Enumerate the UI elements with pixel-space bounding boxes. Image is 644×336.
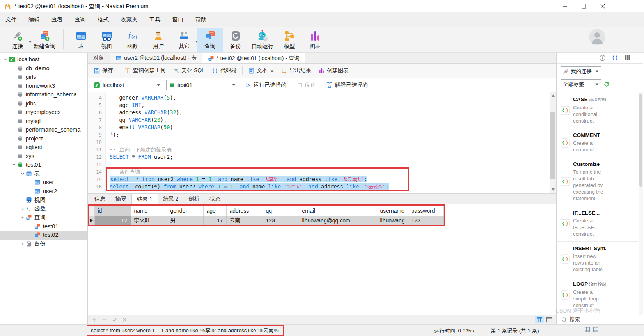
query-toolbar-button[interactable]: 创建图表	[315, 65, 352, 76]
tree-item[interactable]: test01	[0, 160, 87, 169]
apply-changes-button[interactable]	[112, 317, 117, 322]
code-line[interactable]: address VARCHAR(32),	[110, 109, 550, 116]
maximize-button[interactable]	[575, 0, 593, 12]
toolbar-button[interactable]: 用户	[145, 28, 171, 52]
tree-item[interactable]: mysql	[0, 117, 87, 126]
column-header[interactable]: qq	[263, 206, 299, 216]
result-tab[interactable]: 信息	[89, 194, 110, 204]
menu-item[interactable]: 查看	[51, 16, 63, 23]
code-snippet-icon[interactable]	[612, 55, 618, 61]
snippet-item[interactable]: CustomizeTo name the result tab generate…	[557, 157, 638, 206]
column-header[interactable]: age	[203, 206, 226, 216]
tree-item[interactable]: performance_schema	[0, 125, 87, 134]
document-tab[interactable]: user2 @test01 (localhost) - 表	[110, 53, 202, 63]
toolbar-button[interactable]: 视图	[94, 28, 120, 52]
code-line[interactable]: email VARCHAR(50)	[110, 124, 550, 131]
code-line[interactable]: age INT,	[110, 101, 550, 109]
result-tab[interactable]: 结果 2	[158, 194, 184, 204]
toolbar-button[interactable]: 新建查询	[30, 28, 59, 52]
table-cell[interactable]: 12	[94, 216, 131, 225]
run-selected-button[interactable]: 运行已选择的	[241, 82, 290, 89]
sql-editor[interactable]: 45678910111213141516 gender VARCHAR(5), …	[88, 92, 556, 194]
grid-view-icon[interactable]	[584, 327, 590, 332]
tags-filter-select[interactable]: 全部标签	[561, 79, 601, 89]
menu-item[interactable]: 窗口	[172, 16, 184, 23]
add-record-button[interactable]	[92, 317, 97, 322]
tree-item[interactable]: project	[0, 134, 87, 143]
menu-item[interactable]: 收藏夹	[121, 16, 138, 23]
scrollbar-thumb[interactable]	[639, 94, 642, 187]
chevron-down-icon[interactable]	[20, 215, 26, 219]
table-row[interactable]: 12李火旺男17云南123lihuowang@qq.comlihuowang12…	[89, 216, 443, 225]
tree-item[interactable]: 视图	[0, 196, 87, 204]
result-tab[interactable]: 状态	[204, 194, 225, 204]
editor-scrollbar[interactable]	[550, 92, 556, 193]
code-line[interactable]	[110, 161, 550, 168]
toolbar-button[interactable]: 图表	[302, 28, 328, 52]
table-cell[interactable]: lihuowang@qq.com	[299, 216, 377, 225]
toolbar-button[interactable]: 表	[68, 28, 94, 52]
query-toolbar-button[interactable]: 保存	[90, 65, 117, 76]
code-line[interactable]: SELECT * FROM user2;	[110, 153, 550, 161]
tree-item[interactable]: jdbc	[0, 99, 87, 108]
tree-item[interactable]: 查询	[0, 213, 87, 222]
tree-item[interactable]: 备份	[0, 240, 87, 249]
stop-button[interactable]: 停止	[293, 82, 319, 89]
toolbar-button[interactable]: 查询	[197, 28, 223, 52]
toolbar-button[interactable]: 模型	[277, 28, 302, 52]
table-cell[interactable]: lihuowang	[377, 216, 408, 225]
table-cell[interactable]: 云南	[226, 216, 263, 225]
column-header[interactable]: username	[377, 206, 408, 216]
tree-item[interactable]: sqltest	[0, 143, 87, 152]
table-cell[interactable]: 123	[263, 216, 299, 225]
menu-item[interactable]: 帮助	[195, 16, 207, 23]
table-cell[interactable]: 123	[408, 216, 443, 225]
code-line[interactable]	[110, 139, 550, 146]
query-toolbar-button[interactable]: 文本	[245, 65, 277, 76]
tree-item[interactable]: homework3	[0, 82, 87, 91]
chevron-right-icon[interactable]	[20, 207, 26, 211]
code-line[interactable]: └);	[110, 131, 550, 139]
tree-item[interactable]: db_demo	[0, 64, 87, 73]
delete-record-button[interactable]	[102, 317, 107, 322]
avatar[interactable]	[589, 28, 606, 47]
menu-item[interactable]: 文件	[5, 16, 17, 23]
chevron-right-icon[interactable]	[20, 242, 26, 246]
document-tab[interactable]: 对象	[88, 53, 110, 63]
scrollbar-thumb[interactable]	[550, 112, 555, 179]
chevron-down-icon[interactable]	[2, 57, 9, 61]
column-header[interactable]: password	[408, 206, 443, 216]
column-header[interactable]: id	[94, 206, 131, 216]
tree-item[interactable]: information_schema	[0, 90, 87, 99]
toolbar-button[interactable]: 备份	[223, 28, 248, 52]
column-header[interactable]: address	[226, 206, 263, 216]
chevron-down-icon[interactable]	[20, 172, 26, 176]
discard-changes-button[interactable]	[122, 317, 127, 322]
toolbar-button[interactable]: 连接	[5, 28, 30, 52]
scroll-up-icon[interactable]	[552, 94, 555, 97]
code-line[interactable]: gender VARCHAR(5),	[110, 94, 550, 101]
tree-item[interactable]: fx函数	[0, 204, 87, 213]
server-select[interactable]: localhost	[91, 80, 163, 90]
snippet-item[interactable]: IF...ELSE...Create a IF...ELSE... constr…	[557, 206, 638, 242]
tree-item[interactable]: user	[0, 178, 87, 187]
snippet-item[interactable]: INSERT SyntaxInsert new rows into an exi…	[557, 242, 638, 277]
table-cell[interactable]: 男	[167, 216, 203, 225]
code-line[interactable]: qq VARCHAR(20),	[110, 116, 550, 124]
code-line[interactable]: -- 条件查询	[110, 168, 550, 176]
tree-item[interactable]: girls	[0, 73, 87, 82]
minimize-button[interactable]	[556, 0, 575, 12]
query-toolbar-button[interactable]: 查询创建工具	[121, 65, 169, 76]
panel-scrollbar[interactable]	[639, 92, 643, 315]
toolbar-button[interactable]: 其它	[171, 28, 197, 52]
code-line[interactable]: -- 查询一下新建的登录表	[110, 146, 550, 153]
menu-item[interactable]: 工具	[149, 16, 161, 23]
connections-filter-select[interactable]: 我的连接	[561, 66, 601, 76]
code-line[interactable]: select * from user2 where 1 = 1 and name…	[110, 176, 550, 183]
snippet-item[interactable]: LOOP 流程控制Create a simple loop construct	[557, 277, 638, 313]
chevron-down-icon[interactable]	[11, 163, 17, 167]
row-indicator-header[interactable]	[89, 206, 94, 216]
tree-item[interactable]: localhost	[0, 55, 87, 64]
column-header[interactable]: email	[299, 206, 377, 216]
snippet-item[interactable]: COMMENTCreate a comment	[557, 128, 638, 157]
